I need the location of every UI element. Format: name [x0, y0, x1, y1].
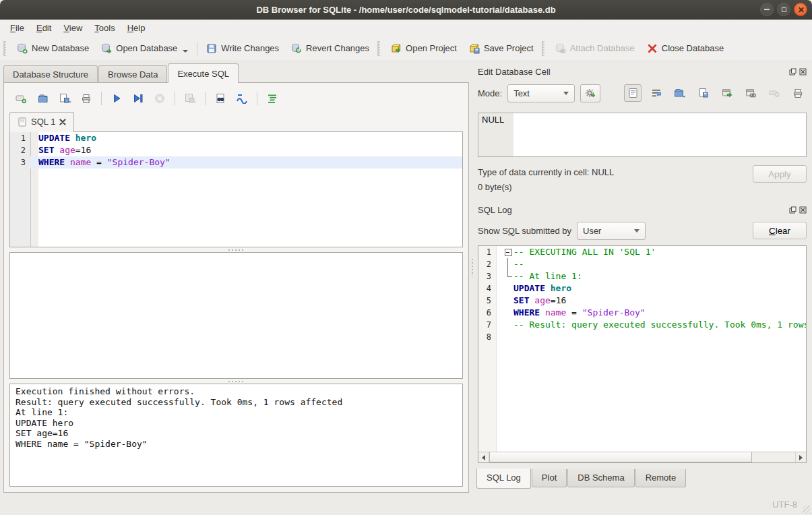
sql1-tab[interactable]: SQL 1 [9, 112, 74, 131]
tab-browse-data[interactable]: Browse Data [98, 65, 167, 82]
save-sql-file-icon[interactable] [55, 90, 74, 107]
bottom-tab-remote[interactable]: Remote [635, 469, 687, 487]
print-icon[interactable] [77, 90, 96, 107]
mode-select[interactable]: Text [507, 84, 575, 102]
maximize-icon[interactable] [777, 3, 790, 16]
sql-log-code: 1-- EXECUTING ALL IN 'SQL 1'2--3-- At li… [478, 246, 806, 462]
menu-file[interactable]: File [4, 21, 30, 35]
close-database-button[interactable]: Close Database [641, 40, 730, 57]
tab-database-structure[interactable]: Database Structure [3, 65, 98, 82]
new-sql-tab-icon[interactable] [12, 90, 31, 107]
mode-select-value: Text [513, 88, 530, 98]
code-line: 1-- EXECUTING ALL IN 'SQL 1' [478, 246, 806, 258]
minimize-icon[interactable] [760, 3, 774, 16]
save-project-icon [469, 43, 480, 54]
submitted-by-value: User [583, 226, 601, 236]
bottom-tab-db-schema[interactable]: DB Schema [567, 469, 634, 487]
execute-all-icon[interactable] [107, 90, 126, 107]
cell-mode-row: Mode: Text [478, 83, 807, 103]
code-line: 2SET age=16 [10, 144, 462, 156]
edit-cell-header: Edit Database Cell [478, 65, 807, 78]
fold-marker-icon[interactable] [504, 246, 513, 258]
save-project-button[interactable]: Save Project [463, 40, 540, 57]
chevron-down-icon [634, 229, 639, 233]
code-line: 5SET age=16 [478, 295, 806, 307]
revert-changes-label: Revert Changes [306, 43, 369, 53]
export-cell-icon[interactable] [695, 84, 712, 102]
edit-cell-title: Edit Database Cell [478, 67, 789, 77]
apply-button: Apply [753, 165, 807, 183]
open-sql-file-icon[interactable] [34, 90, 53, 107]
revert-changes-button[interactable]: Revert Changes [285, 40, 375, 57]
close-tab-icon[interactable] [59, 119, 66, 125]
status-bar: UTF-8 [0, 493, 812, 515]
open-database-button[interactable]: Open Database [95, 40, 194, 57]
new-database-button[interactable]: New Database [11, 40, 95, 57]
bottom-tabs: SQL LogPlotDB SchemaRemote [476, 469, 808, 488]
format-sql-icon[interactable] [263, 90, 282, 107]
import-cell-icon[interactable] [671, 84, 689, 102]
scroll-right-icon[interactable] [795, 452, 806, 462]
execute-line-icon[interactable] [129, 90, 148, 107]
sql-editor-code: 1UPDATE hero2SET age=163WHERE name = "Sp… [10, 132, 462, 247]
results-pane[interactable] [9, 252, 463, 379]
clear-button[interactable]: Clear [753, 222, 807, 239]
execution-log[interactable]: Execution finished without errors. Resul… [9, 384, 463, 487]
apply-format-gear-icon[interactable] [580, 84, 600, 102]
open-external-icon[interactable] [718, 84, 736, 102]
find-icon[interactable] [211, 90, 230, 107]
open-project-button[interactable]: Open Project [385, 40, 463, 57]
toolbar-handle[interactable] [3, 41, 9, 56]
close-panel-icon[interactable] [799, 68, 807, 75]
bottom-tab-plot[interactable]: Plot [532, 469, 567, 487]
sql-editor[interactable]: 1UPDATE hero2SET age=163WHERE name = "Sp… [9, 131, 463, 247]
tab-execute-sql[interactable]: Execute SQL [168, 63, 239, 82]
chevron-down-icon [563, 92, 569, 95]
bottom-tab-sql-log[interactable]: SQL Log [476, 468, 531, 489]
open-database-caret-icon[interactable] [183, 50, 188, 53]
code-line: 4UPDATE hero [478, 282, 806, 295]
submitted-by-select[interactable]: User [577, 222, 646, 240]
main-toolbar: New Database Open Database Write Changes… [0, 36, 812, 61]
panel-splitter[interactable] [470, 63, 475, 493]
toolbar-handle[interactable] [542, 41, 547, 56]
menu-tools[interactable]: Tools [88, 21, 121, 35]
cell-type-info: Type of data currently in cell: NULL [478, 165, 753, 180]
write-changes-button[interactable]: Write Changes [200, 40, 285, 57]
code-line: 1UPDATE hero [10, 132, 462, 144]
window-title: DB Browser for SQLite - /home/user/code/… [256, 5, 555, 15]
open-project-icon [391, 43, 402, 54]
link-data-icon[interactable] [742, 84, 759, 102]
scrollbar-thumb[interactable] [489, 452, 752, 462]
float-panel-icon[interactable] [789, 68, 797, 75]
float-panel-icon[interactable] [789, 206, 797, 214]
editor-results-splitter[interactable] [9, 247, 463, 252]
print-icon[interactable] [789, 84, 807, 102]
save-results-icon [181, 90, 199, 107]
cell-value-editor[interactable]: NULL [478, 113, 807, 157]
close-database-icon [647, 43, 658, 54]
execute-sql-pane: SQL 1 1UPDATE hero2SET age=163WHERE name… [3, 82, 469, 493]
resize-grip[interactable] [803, 506, 811, 514]
menu-help[interactable]: Help [121, 21, 152, 35]
scrollbar-track[interactable] [489, 452, 795, 462]
encoding-indicator[interactable]: UTF-8 [772, 499, 797, 510]
filter-label: Show SQL submitted by [478, 226, 571, 236]
horizontal-scrollbar[interactable] [478, 452, 806, 462]
sql-log-view[interactable]: 1-- EXECUTING ALL IN 'SQL 1'2--3-- At li… [478, 245, 807, 463]
results-log-splitter[interactable] [9, 379, 463, 384]
close-panel-icon[interactable] [799, 206, 807, 214]
toolbar-handle[interactable] [377, 41, 383, 56]
sql-log-filter-row: Show SQL submitted by User Clear [478, 220, 807, 241]
title-bar[interactable]: DB Browser for SQLite - /home/user/code/… [0, 0, 812, 20]
text-mode-icon[interactable] [624, 84, 642, 102]
word-wrap-icon[interactable] [648, 84, 665, 102]
save-project-label: Save Project [484, 43, 534, 53]
check-syntax-icon[interactable] [232, 90, 251, 107]
close-icon[interactable] [794, 3, 807, 16]
menu-edit[interactable]: Edit [30, 21, 57, 35]
scroll-left-icon[interactable] [478, 452, 489, 462]
menu-view[interactable]: View [57, 21, 88, 35]
attach-database-button: Attach Database [549, 40, 641, 57]
cell-toolbar [624, 84, 807, 102]
